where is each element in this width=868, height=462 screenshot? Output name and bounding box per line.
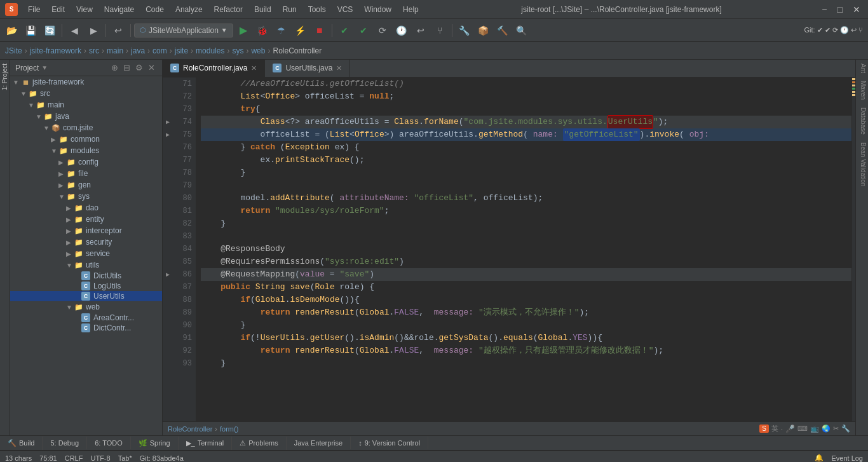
minimize-button[interactable]: − <box>819 4 829 15</box>
tree-item-interceptor[interactable]: ▶ 📁 interceptor <box>10 225 162 236</box>
git-checkmark-button[interactable]: ✔ <box>336 22 353 39</box>
sync-button[interactable]: 🔄 <box>41 22 58 39</box>
status-indent[interactable]: Tab* <box>118 454 132 462</box>
bc-web[interactable]: web <box>251 46 265 55</box>
back-button[interactable]: ◀ <box>65 22 83 39</box>
tab-beanvalidation[interactable]: Bean Validation <box>856 139 868 190</box>
menu-navigate[interactable]: Navigate <box>99 4 139 15</box>
tree-item-gen[interactable]: ▶ 📁 gen <box>10 179 162 191</box>
menu-vcs[interactable]: VCS <box>332 4 358 15</box>
bc-jsite-framework[interactable]: jsite-framework <box>30 46 81 55</box>
status-crlf[interactable]: CRLF <box>65 454 83 462</box>
bottom-tab-todo[interactable]: 6: TODO <box>87 437 131 449</box>
debug-button[interactable]: 🐞 <box>254 22 271 39</box>
menu-code[interactable]: Code <box>140 4 169 15</box>
tab-userutils[interactable]: C UserUtils.java ✕ <box>265 60 350 77</box>
close-button[interactable]: ✕ <box>850 4 863 15</box>
run-config-selector[interactable]: ⬡ JSiteWebApplication ▼ <box>134 24 233 37</box>
editor-bc-form[interactable]: form() <box>220 425 238 433</box>
status-position[interactable]: 75:81 <box>39 454 57 462</box>
tree-item-common[interactable]: ▶ 📁 common <box>10 133 162 145</box>
git-update-button[interactable]: ⟳ <box>374 22 391 39</box>
tree-item-main[interactable]: ▼ 📁 main <box>10 99 162 111</box>
bc-java[interactable]: java <box>131 46 145 55</box>
menu-tools[interactable]: Tools <box>303 4 331 15</box>
menu-view[interactable]: View <box>71 4 98 15</box>
tree-item-logutils[interactable]: ▶ C LogUtils <box>10 281 162 291</box>
build-artifact-button[interactable]: 📦 <box>475 22 492 39</box>
bottom-tab-build[interactable]: 🔨 Build <box>0 437 43 450</box>
menu-build[interactable]: Build <box>249 4 276 15</box>
bc-sys[interactable]: sys <box>232 46 243 55</box>
status-encoding[interactable]: UTF-8 <box>90 454 110 462</box>
editor-bc-rolecontroller[interactable]: RoleController <box>168 425 212 433</box>
profile-button[interactable]: ⚡ <box>292 22 309 39</box>
tree-item-dictutils[interactable]: ▶ C DictUtils <box>10 271 162 281</box>
settings-button[interactable]: ⚙ <box>133 62 145 73</box>
tab-close-button[interactable]: ✕ <box>336 64 342 72</box>
tree-item-utils[interactable]: ▼ 📁 utils <box>10 259 162 271</box>
tab-close-button[interactable]: ✕ <box>251 64 257 72</box>
locate-button[interactable]: ⊕ <box>109 62 120 73</box>
bottom-tab-versioncontrol[interactable]: ↕ 9: Version Control <box>351 437 428 449</box>
tab-maven[interactable]: Maven <box>856 77 868 104</box>
tree-item-sys[interactable]: ▼ 📁 sys <box>10 191 162 202</box>
save-button[interactable]: 💾 <box>22 22 39 39</box>
tree-item-jsite-framework[interactable]: ▼ ◼ jsite-framework <box>10 76 162 88</box>
bottom-tab-debug[interactable]: 5: Debug <box>43 437 87 449</box>
git-branches-button[interactable]: ⑂ <box>431 22 449 39</box>
tree-item-comjsite[interactable]: ▼ 📦 com.jsite <box>10 122 162 133</box>
bc-jsite2[interactable]: jsite <box>175 46 188 55</box>
menu-file[interactable]: File <box>23 4 45 15</box>
tree-item-src[interactable]: ▼ 📁 src <box>10 88 162 99</box>
bc-com[interactable]: com <box>153 46 167 55</box>
tree-item-dictcontr[interactable]: ▶ C DictContr... <box>10 323 162 333</box>
tree-item-userutils[interactable]: ▶ C UserUtils <box>10 291 162 301</box>
bc-main[interactable]: main <box>107 46 123 55</box>
bc-jsite[interactable]: JSite <box>5 46 22 55</box>
bottom-tab-spring[interactable]: 🌿 Spring <box>131 437 179 450</box>
menu-analyze[interactable]: Analyze <box>170 4 208 15</box>
bc-modules[interactable]: modules <box>196 46 224 55</box>
git-history-button[interactable]: 🕐 <box>393 22 410 39</box>
tree-item-config[interactable]: ▶ 📁 config <box>10 156 162 168</box>
menu-edit[interactable]: Edit <box>46 4 70 15</box>
bottom-tab-terminal[interactable]: ▶_ Terminal <box>179 437 233 450</box>
bc-rolecontroller[interactable]: RoleController <box>273 46 322 55</box>
tab-project[interactable]: 1: Project <box>0 60 10 94</box>
coverage-button[interactable]: ☂ <box>273 22 290 39</box>
tree-item-file[interactable]: ▶ 📁 file <box>10 168 162 179</box>
project-dropdown-icon[interactable]: ▼ <box>41 64 48 71</box>
tree-item-service[interactable]: ▶ 📁 service <box>10 248 162 259</box>
menu-refactor[interactable]: Refactor <box>209 4 248 15</box>
forward-button[interactable]: ▶ <box>85 22 102 39</box>
maximize-button[interactable]: □ <box>835 4 845 15</box>
hide-panel-button[interactable]: ✕ <box>146 62 157 73</box>
search-button[interactable]: 🔍 <box>513 22 531 39</box>
git-revert-button[interactable]: ↩ <box>412 22 430 39</box>
tab-ant[interactable]: Ant <box>856 60 868 77</box>
event-log-label[interactable]: Event Log <box>831 454 863 462</box>
wrench-button[interactable]: 🔧 <box>456 22 473 39</box>
bc-src[interactable]: src <box>89 46 99 55</box>
tree-item-web[interactable]: ▼ 📁 web <box>10 301 162 313</box>
tab-rolecontroller[interactable]: C RoleController.java ✕ <box>163 60 265 77</box>
tree-item-dao[interactable]: ▶ 📁 dao <box>10 202 162 214</box>
collapse-all-button[interactable]: ⊟ <box>121 62 132 73</box>
tree-item-modules[interactable]: ▼ 📁 modules <box>10 145 162 156</box>
menu-window[interactable]: Window <box>359 4 397 15</box>
bottom-tab-javaenterprise[interactable]: Java Enterprise <box>287 437 351 449</box>
tab-database[interactable]: Database <box>856 104 868 139</box>
tree-item-java[interactable]: ▼ 📁 java <box>10 111 162 122</box>
bottom-tab-problems[interactable]: ⚠ Problems <box>232 437 286 450</box>
tree-item-entity[interactable]: ▶ 📁 entity <box>10 214 162 225</box>
git-push-button[interactable]: ✔ <box>355 22 372 39</box>
open-button[interactable]: 📂 <box>3 22 20 39</box>
code-content[interactable]: //AreaOfficeUtils.getOfficeList() List<O… <box>196 78 851 421</box>
tree-item-areacontr[interactable]: ▶ C AreaContr... <box>10 313 162 323</box>
menu-help[interactable]: Help <box>398 4 424 15</box>
stop-button[interactable]: ■ <box>311 22 329 39</box>
revert-button[interactable]: ↩ <box>109 22 127 39</box>
ext-tools-button[interactable]: 🔨 <box>494 22 512 39</box>
menu-run[interactable]: Run <box>278 4 302 15</box>
